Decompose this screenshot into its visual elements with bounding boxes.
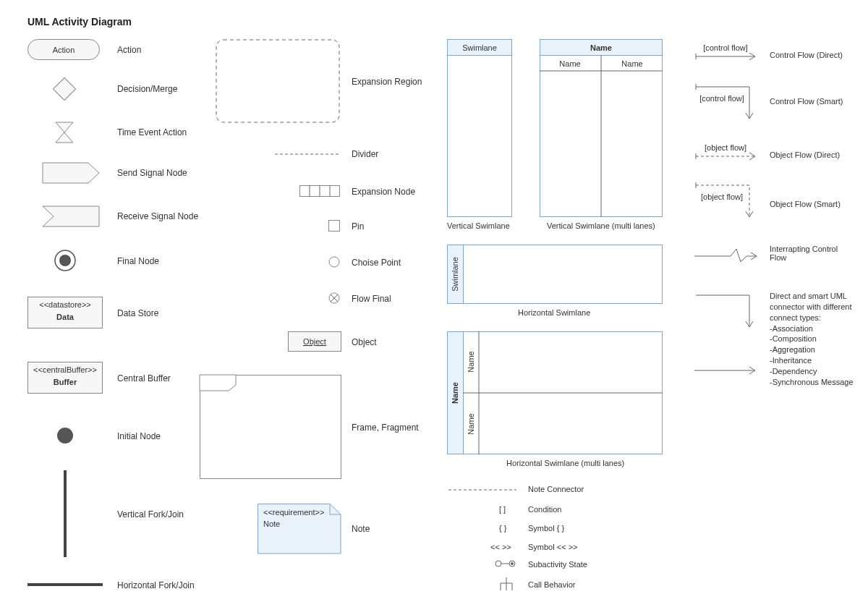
pin-label: Pin <box>352 221 364 232</box>
controlflow-direct-shape: [control flow] <box>692 42 761 62</box>
svg-rect-28 <box>448 245 663 304</box>
symbol-angle-symbol: << >> <box>490 543 511 551</box>
svg-rect-9 <box>216 40 339 122</box>
recvsignal-label: Receive Signal Node <box>117 211 198 221</box>
decision-shape <box>52 77 77 101</box>
cfd-label: Control Flow (Direct) <box>770 51 843 59</box>
hswimlane-header: Swimlane <box>451 257 459 292</box>
hswimlane-shape: Swimlane <box>447 245 663 304</box>
umlcon-item-0: -Association <box>770 323 864 334</box>
recvsignal-shape <box>42 205 100 227</box>
datastore-text: Data <box>56 313 75 321</box>
page-title: UML Activity Diagram <box>27 16 132 27</box>
uml-activity-diagram-palette: UML Activity Diagram Action Action Decis… <box>0 0 868 615</box>
datastore-stereo: <<datastore>> <box>39 300 91 309</box>
timeevent-label: Time Event Action <box>117 127 187 137</box>
expnode-shape <box>299 185 340 197</box>
sendsignal-shape <box>42 162 100 184</box>
hfork-label: Horizontal Fork/Join <box>117 580 195 590</box>
datastore-shape: <<datastore>> Data <box>27 297 103 328</box>
interrupting-flow-shape <box>692 245 761 266</box>
vswimlane-header: Swimlane <box>462 43 497 52</box>
choice-label: Choise Point <box>352 258 401 268</box>
flowfinal-label: Flow Final <box>352 294 391 304</box>
vswimlane-multi-shape: Name Name Name <box>540 39 663 217</box>
object-shape: Object <box>288 331 341 352</box>
datastore-label: Data Store <box>117 308 158 318</box>
umlcon-item-4: -Dependency <box>770 366 864 377</box>
svg-rect-1 <box>53 77 75 100</box>
symbol-angle-label: Symbol << >> <box>528 543 578 551</box>
finalnode-label: Final Node <box>117 256 159 266</box>
cfs-label: Control Flow (Smart) <box>770 97 843 106</box>
callbehavior-label: Call Behavior <box>528 580 575 589</box>
umlcon-item-3: -Inheritance <box>770 355 864 366</box>
svg-rect-15 <box>329 221 340 232</box>
umlcon-block: Direct and smart UML connector with diff… <box>770 291 864 388</box>
ofs-label: Object Flow (Smart) <box>770 200 841 208</box>
centralbuffer-stereo: <<centralBuffer>> <box>33 365 97 374</box>
symbol-braces-label: Symbol { } <box>528 524 564 533</box>
svg-rect-22 <box>448 40 512 217</box>
initialnode-label: Initial Node <box>117 431 161 441</box>
objectflow-smart-shape: [object flow] <box>692 179 761 223</box>
umlcon-item-2: -Aggregation <box>770 344 864 355</box>
svg-rect-7 <box>64 470 67 557</box>
callbehavior-shape <box>499 577 514 590</box>
initialnode-shape <box>56 427 74 444</box>
condition-symbol: [ ] <box>499 505 506 514</box>
vfork-shape <box>64 470 68 557</box>
action-shape: Action <box>27 39 100 61</box>
divider-label: Divider <box>352 149 378 159</box>
centralbuffer-text: Buffer <box>54 378 77 386</box>
timeevent-shape <box>55 122 74 143</box>
umlcon-item-5: -Synchronous Message <box>770 377 864 388</box>
hswim-multi-lane2: Name <box>467 413 475 434</box>
object-label: Object <box>352 337 377 347</box>
hswim-multi-lane1: Name <box>467 351 475 372</box>
note-label: Note <box>352 524 370 534</box>
hswimlane-multi-shape: Name Name Name <box>447 331 663 454</box>
vswimlane-label: Vertical Swimlane <box>447 221 510 230</box>
finalnode-shape <box>54 249 77 272</box>
umlcon-item-1: -Composition <box>770 334 864 344</box>
vswim-multi-lane2: Name <box>621 59 642 68</box>
pin-shape <box>328 220 340 232</box>
centralbuffer-label: Central Buffer <box>117 373 171 383</box>
hswimlane-multi-label: Horizontal Swimlane (multi lanes) <box>506 459 624 467</box>
ofs-tag: [object flow] <box>701 192 743 201</box>
flowfinal-shape <box>328 292 340 304</box>
svg-point-6 <box>57 428 73 444</box>
hswim-multi-title: Name <box>451 382 459 404</box>
icf-label: Interrapting Control Flow <box>770 245 856 262</box>
action-label: Action <box>117 45 141 55</box>
uml-connector-straight <box>692 363 761 378</box>
cfd-tag: [control flow] <box>703 43 748 52</box>
vswim-multi-title: Name <box>590 43 612 52</box>
note-stereo: <<requirement>> <box>263 508 324 517</box>
decision-label: Decision/Merge <box>117 84 177 94</box>
vfork-label: Vertical Fork/Join <box>117 509 184 519</box>
svg-point-38 <box>511 562 514 565</box>
uml-connector-elbow <box>692 289 761 333</box>
vswim-multi-lane1: Name <box>559 59 580 68</box>
note-shape: <<requirement>> Note <box>258 504 341 554</box>
symbol-braces-symbol: { } <box>499 524 506 533</box>
sendsignal-label: Send Signal Node <box>117 168 187 178</box>
svg-point-35 <box>495 561 501 567</box>
expregion-label: Expansion Region <box>352 77 422 87</box>
vswimlane-multi-label: Vertical Swimlane (multi lanes) <box>547 221 655 230</box>
noteconnector-label: Note Connector <box>528 485 584 493</box>
expregion-shape <box>216 39 340 123</box>
subactivity-shape <box>495 559 516 569</box>
svg-point-3 <box>59 255 71 266</box>
subactivity-label: Subactivity State <box>528 560 587 569</box>
noteconnector-shape <box>448 489 516 491</box>
cfs-tag: [control flow] <box>699 94 744 103</box>
umlcon-text: Direct and smart UML connector with diff… <box>770 291 864 323</box>
divider-shape <box>275 153 340 155</box>
condition-label: Condition <box>528 505 561 514</box>
hswimlane-label: Horizontal Swimlane <box>518 308 590 317</box>
objectflow-direct-shape: [object flow] <box>692 142 761 162</box>
note-text: Note <box>263 519 280 528</box>
